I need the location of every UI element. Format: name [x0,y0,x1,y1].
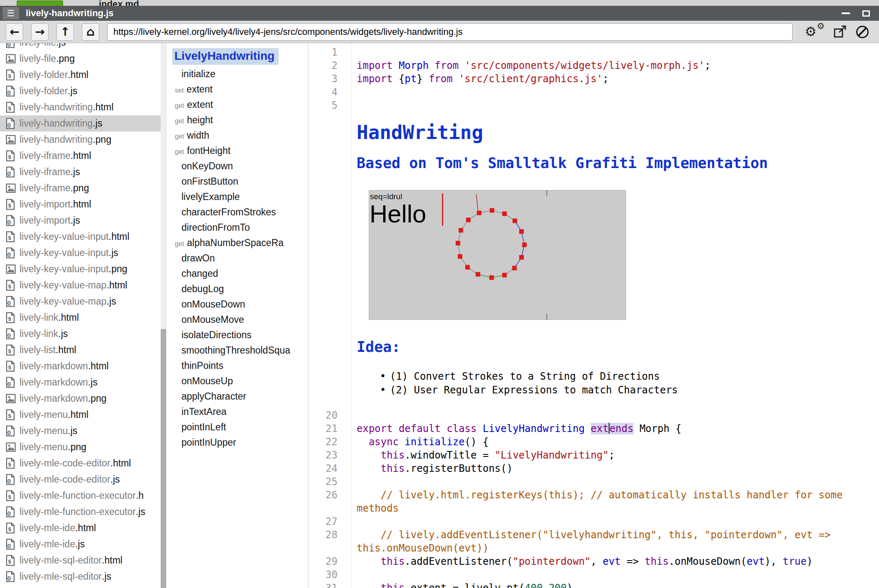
file-item[interactable]: {}lively-mle-code-editor.js [0,471,166,488]
code-line[interactable]: 27 [309,515,879,528]
code-line[interactable]: 22 async initialize() { [309,435,879,449]
file-item[interactable]: {}lively-mle-ide.js [0,536,166,552]
file-item[interactable]: {}lively-link.js [0,326,166,342]
file-item[interactable]: 5lively-key-value-map.html [0,277,166,293]
file-item[interactable]: lively-file.png [0,51,166,67]
file-item[interactable]: {}lively-folder.js [0,83,166,99]
file-item[interactable]: 5lively-mle-function-executor.h [0,488,166,504]
file-item[interactable]: {}lively-mle-function-executor.js [0,504,166,520]
outline-item[interactable]: applyCharacter [166,389,308,404]
outline-item[interactable]: smoothingThresholdSqua [166,343,308,358]
file-item[interactable]: {}lively-file.js [0,43,166,51]
code-line[interactable]: 5 [309,99,879,112]
outline-item[interactable]: drawOn [166,251,308,266]
code-line[interactable]: 24 this.registerButtons() [309,462,879,475]
outline-item[interactable]: getwidth [166,128,308,143]
outline-item[interactable]: onFirstButton [166,174,308,189]
file-item[interactable]: 5lively-mle-ide.html [0,520,166,536]
minimize-icon[interactable] [842,12,850,14]
code-line[interactable]: 21export default class LivelyHandwriting… [309,422,879,435]
code-line[interactable]: 2import Morph from 'src/components/widge… [309,59,879,72]
outline-item[interactable]: onMouseDown [166,297,308,312]
outline-item[interactable]: pointInUpper [166,435,308,450]
code-text[interactable]: this.registerButtons() [351,462,879,475]
file-item[interactable]: lively-markdown.png [0,390,166,407]
file-item[interactable]: lively-key-value-input.png [0,261,166,277]
sidebar-scrollbar[interactable] [161,43,166,588]
editor-pane[interactable]: 12import Morph from 'src/components/widg… [308,43,879,588]
file-item[interactable]: 5lively-list.html [0,342,166,358]
forward-button[interactable]: → [31,23,49,41]
outline-item[interactable]: getheight [166,112,308,128]
up-button[interactable]: ↑ [56,23,74,41]
code-text[interactable]: this.extent = lively.pt(400,200) [351,581,879,588]
file-item[interactable]: lively-iframe.png [0,180,166,196]
code-text[interactable]: import Morph from 'src/components/widget… [351,59,879,72]
maximize-icon[interactable] [862,10,870,17]
outline-item[interactable]: onMouseUp [166,373,308,389]
code-text[interactable]: this.windowTitle = "LivelyHandwriting"; [351,449,879,462]
url-input[interactable] [107,23,793,41]
menu-button[interactable]: ☰ [2,7,19,20]
code-line[interactable]: 3import {pt} from 'src/client/graphics.j… [309,72,879,85]
file-item[interactable]: 5lively-iframe.html [0,148,166,164]
file-item[interactable]: 5lively-key-value-input.html [0,229,166,245]
code-line[interactable]: 23 this.windowTitle = "LivelyHandwriting… [309,449,879,462]
sidebar-scrollbar-thumb[interactable] [161,329,166,588]
outline-item[interactable]: getextent [166,97,308,112]
outline-item[interactable]: onKeyDown [166,159,308,174]
code-text[interactable]: this.addEventListener("pointerdown", evt… [351,555,879,568]
background-tab-title[interactable]: index.md [99,0,139,6]
code-text[interactable]: async initialize() { [351,435,879,449]
outline-item[interactable]: inTextArea [166,404,308,420]
code-line[interactable]: 26 // lively.html.registerKeys(this); //… [309,488,879,515]
outline-item[interactable]: getalphaNumberSpaceRa [166,235,308,251]
outline-item[interactable]: thinPoints [166,358,308,373]
outline-item[interactable]: setextent [166,82,308,97]
file-item[interactable]: 5lively-mle-code-editor.html [0,455,166,471]
file-item[interactable]: lively-handwriting.png [0,132,166,148]
outline-item[interactable]: debugLog [166,281,308,297]
code-text[interactable]: import {pt} from 'src/client/graphics.js… [351,72,879,85]
code-line[interactable]: 25 [309,475,879,488]
code-line[interactable]: 20 [309,409,879,422]
settings-button[interactable]: ⚙ ⚙ [805,23,824,41]
file-item[interactable]: {}lively-menu.js [0,423,166,439]
file-item[interactable]: lively-menu.png [0,439,166,455]
outline-item[interactable]: changed [166,266,308,281]
outline-item[interactable]: directionFromTo [166,220,308,235]
back-button[interactable]: ← [6,23,23,41]
block-button[interactable] [856,26,869,38]
file-item[interactable]: 5lively-folder.html [0,67,166,83]
file-item[interactable]: 5lively-link.html [0,310,166,326]
file-item[interactable]: {}lively-handwriting.js [0,115,166,132]
file-item[interactable]: 5lively-handwriting.html [0,99,166,115]
code-text[interactable]: export default class LivelyHandwriting e… [351,422,879,435]
outline-item[interactable]: pointInLeft [166,420,308,435]
background-green-button[interactable] [17,0,63,6]
code-text[interactable]: // lively.html.registerKeys(this); // au… [351,488,879,515]
outline-item[interactable]: getfontHeight [166,143,308,159]
code-line[interactable]: 30 [309,568,879,581]
code-line[interactable]: 28 // lively.addEventListener("livelyhan… [309,528,879,555]
outline-item[interactable]: initialize [166,66,308,82]
code-text[interactable]: // lively.addEventListener("livelyhandwr… [351,528,879,555]
code-line[interactable]: 4 [309,85,879,99]
home-button[interactable]: ⌂ [82,23,99,41]
file-item[interactable]: 5lively-import.html [0,196,166,212]
file-item[interactable]: {}lively-key-value-map.js [0,293,166,310]
code-line[interactable]: 1 [309,46,879,59]
file-item[interactable]: 5lively-menu.html [0,407,166,423]
code-line[interactable]: 29 this.addEventListener("pointerdown", … [309,555,879,568]
file-item[interactable]: 5lively-markdown.html [0,358,166,374]
code-line[interactable]: 31 this.extent = lively.pt(400,200) [309,581,879,588]
outline-class-title[interactable]: LivelyHandwriting [172,48,279,65]
file-item[interactable]: {}lively-iframe.js [0,164,166,180]
file-item[interactable]: {}lively-import.js [0,212,166,229]
outline-item[interactable]: livelyExample [166,189,308,205]
file-item[interactable]: {}lively-markdown.js [0,374,166,390]
outline-item[interactable]: characterFromStrokes [166,205,308,220]
outline-item[interactable]: isolateDirections [166,327,308,343]
file-item[interactable]: 5lively-mle-sql-editor.html [0,552,166,568]
file-item[interactable]: {}lively-mle-sql-editor.js [0,568,166,585]
